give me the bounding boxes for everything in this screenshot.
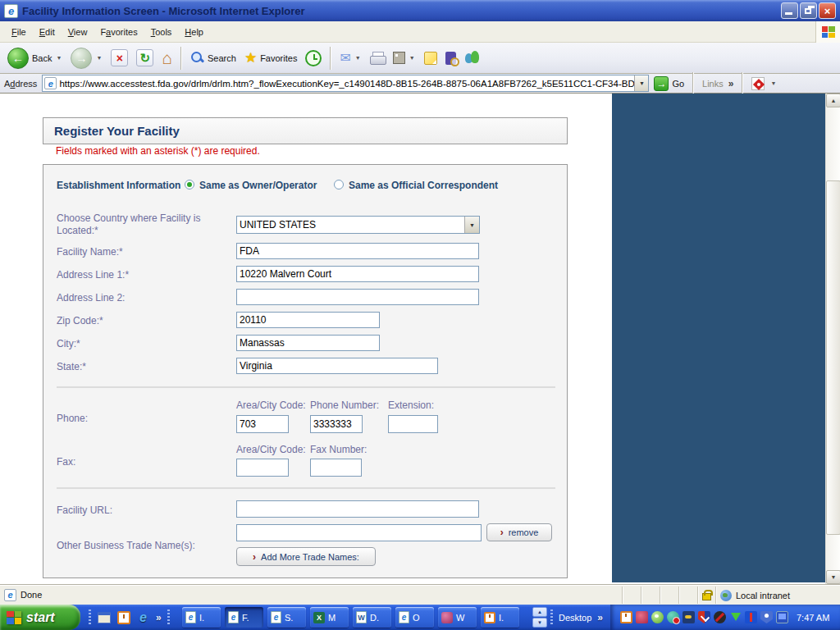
country-dropdown-icon[interactable]: ▼ xyxy=(464,217,479,233)
address-line1-input[interactable] xyxy=(236,266,479,282)
desktop-toolbar-label[interactable]: Desktop xyxy=(559,613,591,623)
pdf-dropdown-icon[interactable]: ▼ xyxy=(769,80,777,86)
task-button-ie-3[interactable]: e S. xyxy=(267,607,306,628)
back-dropdown-icon[interactable]: ▼ xyxy=(55,55,62,61)
search-button[interactable]: Search xyxy=(187,45,240,71)
tray-flag-icon[interactable] xyxy=(745,611,757,623)
radio-same-as-correspondent[interactable] xyxy=(334,180,344,189)
forward-button[interactable]: → ▼ xyxy=(67,45,106,71)
menu-favorites[interactable]: Favorites xyxy=(94,24,144,40)
research-button[interactable] xyxy=(442,45,459,71)
refresh-button[interactable]: ↻ xyxy=(133,45,157,71)
fax-area-code-input[interactable] xyxy=(236,459,289,477)
scroll-down-button[interactable]: ▼ xyxy=(826,570,840,584)
address-dropdown-icon[interactable]: ▼ xyxy=(634,75,648,91)
scroll-up-button[interactable]: ▲ xyxy=(826,94,840,107)
task-button-ie-1[interactable]: e I. xyxy=(182,607,221,628)
add-more-trade-names-button[interactable]: › Add More Trade Names: xyxy=(236,547,376,566)
scrollbar-thumb[interactable] xyxy=(826,180,840,535)
ie-page-icon: e xyxy=(185,611,196,623)
quick-launch-clock-app-icon[interactable] xyxy=(116,610,130,624)
toolbar-grip[interactable] xyxy=(89,609,91,626)
mail-button[interactable]: ✉ ▼ xyxy=(336,45,364,71)
address-line2-input[interactable] xyxy=(236,289,479,305)
favorites-button[interactable]: ★ Favorites xyxy=(241,45,301,71)
start-button[interactable]: start xyxy=(0,605,80,630)
phone-extension-input[interactable] xyxy=(388,415,438,433)
remove-trade-name-button[interactable]: › remove xyxy=(486,523,552,541)
task-button-clock-app[interactable]: I. xyxy=(481,607,519,628)
tray-display-icon[interactable] xyxy=(776,611,788,623)
tray-green-orb-icon[interactable] xyxy=(651,611,664,623)
phone-area-code-input[interactable] xyxy=(236,415,289,433)
history-icon xyxy=(305,50,322,66)
mail-dropdown-icon[interactable]: ▼ xyxy=(354,55,362,61)
facility-url-input[interactable] xyxy=(236,500,479,518)
vertical-scrollbar[interactable]: ▲ ▼ xyxy=(825,94,840,584)
task-button-word[interactable]: W D. xyxy=(353,607,391,628)
address-input[interactable]: e https://www.accesstest.fda.gov/drlm/dr… xyxy=(42,75,649,92)
menu-view[interactable]: View xyxy=(62,24,94,40)
close-button[interactable]: × xyxy=(819,2,836,19)
desktop-chevron-icon[interactable]: » xyxy=(597,612,603,623)
toolbar-grip[interactable] xyxy=(167,609,170,626)
messenger-icon xyxy=(464,51,480,65)
state-input[interactable] xyxy=(236,358,438,374)
edit-icon xyxy=(393,52,405,64)
discuss-button[interactable] xyxy=(421,45,441,71)
forward-dropdown-icon[interactable]: ▼ xyxy=(95,55,103,61)
task-button-ie-4[interactable]: e O xyxy=(395,607,434,628)
messenger-button[interactable] xyxy=(461,45,483,71)
task-button-excel[interactable]: X M xyxy=(310,607,349,628)
country-select[interactable]: UNITED STATES ▼ xyxy=(236,216,480,234)
fax-number-input[interactable] xyxy=(310,459,362,477)
radio-same-as-owner-label[interactable]: Same as Owner/Operator xyxy=(199,180,317,191)
task-button-webex[interactable]: W xyxy=(438,607,477,628)
back-button[interactable]: ← Back ▼ xyxy=(4,45,66,71)
status-cells: Local intranet xyxy=(622,587,838,604)
links-chevron-icon[interactable]: » xyxy=(728,78,734,89)
facility-name-input[interactable] xyxy=(236,243,479,259)
tray-messenger-offline-icon[interactable] xyxy=(667,611,679,623)
adobe-pdf-icon[interactable] xyxy=(751,77,765,90)
city-input[interactable] xyxy=(236,335,380,351)
trade-name-input[interactable] xyxy=(236,524,482,541)
menu-edit[interactable]: Edit xyxy=(33,24,62,40)
tray-key-icon[interactable] xyxy=(682,611,695,623)
edit-dropdown-icon[interactable]: ▼ xyxy=(409,55,416,61)
address-line1-label: Address Line 1:* xyxy=(57,269,129,281)
restore-button[interactable] xyxy=(800,2,817,19)
edit-button[interactable]: ▼ xyxy=(390,45,419,71)
go-button[interactable]: → Go xyxy=(654,76,684,91)
quick-launch-chevron-icon[interactable]: » xyxy=(156,612,162,623)
history-button[interactable] xyxy=(302,45,325,71)
quick-launch-ie-icon[interactable]: e xyxy=(136,610,150,624)
address-bar: Address e https://www.accesstest.fda.gov… xyxy=(0,74,840,94)
tray-clock-app-icon[interactable] xyxy=(620,611,632,623)
print-button[interactable] xyxy=(367,45,388,71)
phone-number-input[interactable] xyxy=(310,415,363,433)
tray-blocked-icon[interactable] xyxy=(714,611,726,623)
menu-tools[interactable]: Tools xyxy=(144,24,179,40)
zip-code-input[interactable] xyxy=(236,312,380,328)
stop-button[interactable]: × xyxy=(107,45,131,71)
taskbar-scroll-down-button[interactable]: ▼ xyxy=(532,618,547,628)
taskbar-scroll-up-button[interactable]: ▲ xyxy=(532,607,547,617)
excel-icon: X xyxy=(313,612,325,623)
radio-same-as-correspondent-label[interactable]: Same as Official Correspondent xyxy=(349,180,498,191)
tray-webex-icon[interactable] xyxy=(636,611,648,623)
menu-file[interactable]: File xyxy=(5,24,33,40)
task-button-ie-2-active[interactable]: e F. xyxy=(225,607,263,628)
links-label[interactable]: Links xyxy=(702,79,724,89)
required-fields-note: Fields marked with an asterisk (*) are r… xyxy=(56,145,260,157)
toolbar-grip[interactable] xyxy=(550,609,553,626)
tray-green-arrow-icon[interactable] xyxy=(729,611,742,623)
radio-same-as-owner[interactable] xyxy=(185,180,194,189)
menu-help[interactable]: Help xyxy=(178,24,210,40)
close-icon: × xyxy=(824,5,831,17)
quick-launch-show-desktop-icon[interactable] xyxy=(97,610,111,624)
home-button[interactable]: ⌂ xyxy=(158,45,176,71)
tray-antivirus-shield-icon[interactable] xyxy=(698,611,710,623)
minimize-button[interactable] xyxy=(781,2,798,19)
tray-security-agent-icon[interactable] xyxy=(760,611,773,623)
